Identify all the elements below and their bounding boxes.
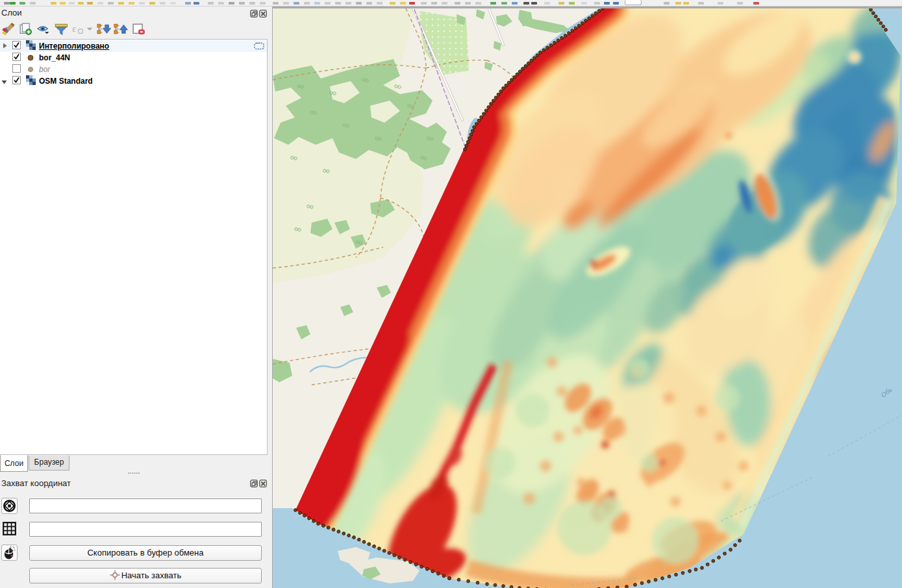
svg-text:ε: ε [72, 23, 76, 34]
